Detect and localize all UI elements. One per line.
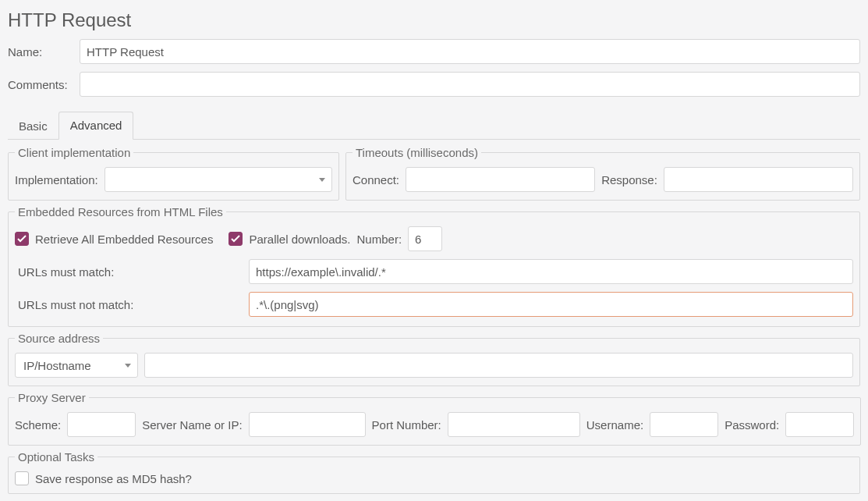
client-implementation-legend: Client implementation — [15, 146, 133, 159]
retrieve-all-checkbox[interactable] — [15, 232, 29, 246]
chevron-down-icon — [319, 178, 325, 182]
proxy-pass-input[interactable] — [785, 412, 854, 437]
proxy-server-legend: Proxy Server — [15, 391, 89, 404]
proxy-server-input[interactable] — [249, 412, 366, 437]
parallel-downloads-label: Parallel downloads. — [249, 233, 350, 246]
urls-match-input[interactable] — [249, 259, 853, 284]
chevron-down-icon — [125, 364, 131, 368]
comments-label: Comments: — [8, 78, 80, 91]
proxy-scheme-label: Scheme: — [15, 418, 61, 432]
number-label: Number: — [357, 233, 402, 246]
response-label: Response: — [601, 173, 657, 187]
embedded-resources-group: Embedded Resources from HTML Files Retri… — [8, 205, 860, 327]
name-label: Name: — [8, 45, 80, 59]
source-address-input[interactable] — [144, 353, 853, 378]
proxy-scheme-input[interactable] — [67, 412, 136, 437]
connect-label: Connect: — [353, 173, 399, 187]
optional-tasks-legend: Optional Tasks — [15, 450, 97, 464]
urls-notmatch-label: URLs must not match: — [15, 298, 249, 311]
source-address-group: Source address IP/Hostname — [8, 332, 860, 386]
timeouts-group: Timeouts (milliseconds) Connect: Respons… — [345, 146, 860, 201]
implementation-label: Implementation: — [15, 173, 98, 187]
embedded-resources-legend: Embedded Resources from HTML Files — [15, 205, 226, 219]
proxy-port-input[interactable] — [448, 412, 580, 437]
parallel-downloads-checkbox[interactable] — [229, 232, 243, 246]
proxy-server-label: Server Name or IP: — [142, 418, 242, 432]
proxy-server-group: Proxy Server Scheme: Server Name or IP: … — [8, 391, 861, 446]
tab-basic[interactable]: Basic — [8, 113, 58, 140]
name-input[interactable] — [80, 39, 860, 64]
md5-label: Save response as MD5 hash? — [35, 472, 192, 485]
client-implementation-group: Client implementation Implementation: — [8, 146, 339, 201]
check-icon — [231, 235, 240, 243]
proxy-user-input[interactable] — [650, 412, 718, 437]
check-icon — [17, 235, 27, 243]
source-type-value: IP/Hostname — [23, 359, 91, 372]
urls-match-label: URLs must match: — [15, 265, 249, 279]
md5-checkbox[interactable] — [15, 471, 29, 485]
urls-notmatch-input[interactable] — [249, 292, 853, 317]
proxy-port-label: Port Number: — [372, 418, 441, 432]
number-input[interactable] — [408, 226, 442, 251]
optional-tasks-group: Optional Tasks Save response as MD5 hash… — [8, 450, 860, 494]
proxy-pass-label: Password: — [725, 418, 779, 432]
response-input[interactable] — [664, 167, 853, 192]
source-type-select[interactable]: IP/Hostname — [15, 353, 138, 378]
comments-input[interactable] — [80, 72, 860, 97]
page-title: HTTP Request — [8, 9, 860, 31]
proxy-user-label: Username: — [586, 418, 643, 432]
tab-bar: Basic Advanced — [8, 111, 860, 140]
timeouts-legend: Timeouts (milliseconds) — [353, 146, 481, 159]
source-address-legend: Source address — [15, 332, 103, 345]
implementation-select[interactable] — [105, 167, 332, 192]
connect-input[interactable] — [406, 167, 595, 192]
retrieve-all-label: Retrieve All Embedded Resources — [35, 233, 213, 246]
tab-advanced[interactable]: Advanced — [58, 112, 134, 140]
